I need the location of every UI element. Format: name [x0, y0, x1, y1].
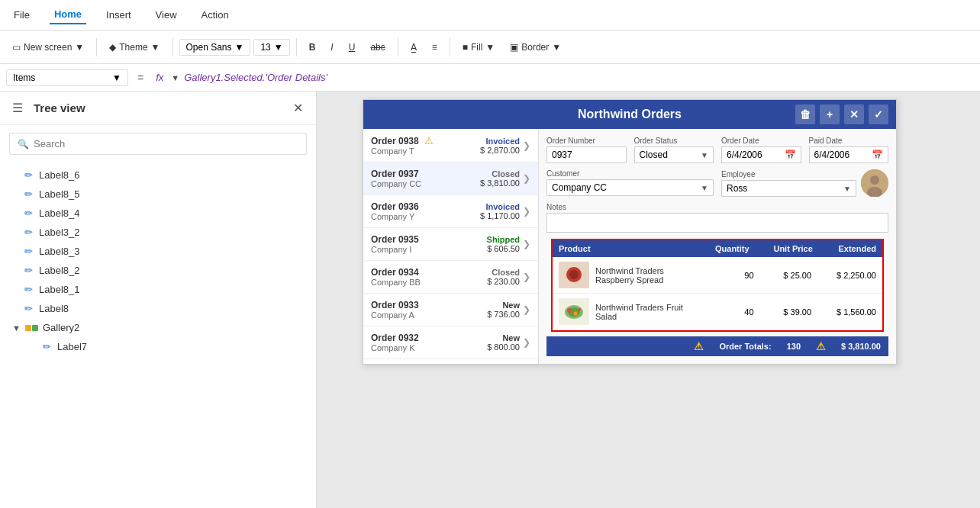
order-info: Order 0938 ⚠ Company T — [371, 135, 480, 156]
sidebar-item-label8-3[interactable]: ✏ Label8_3 — [0, 242, 316, 261]
field-paid-date: Paid Date 6/4/2006 📅 — [809, 137, 889, 163]
tree-collapse-icon: ▼ — [12, 323, 21, 333]
order-number-0936: Order 0936 — [371, 201, 419, 212]
font-family-dropdown[interactable]: Open Sans ▼ — [179, 39, 251, 56]
order-info-0936: Order 0936 Company Y — [371, 201, 480, 221]
paid-date-label: Paid Date — [809, 137, 889, 145]
order-status-0935: Shipped — [487, 235, 520, 244]
separator-1 — [96, 38, 97, 56]
menu-action[interactable]: Action — [197, 6, 234, 24]
check-icon[interactable]: ✓ — [869, 104, 888, 124]
order-detail: Order Number 0937 Order Status Closed ▼ … — [539, 129, 896, 364]
separator-2 — [172, 38, 173, 56]
order-info-0937: Order 0937 Company CC — [371, 169, 480, 188]
sidebar-item-label8[interactable]: ✏ Label8 — [0, 299, 316, 318]
sidebar-item-label7[interactable]: ✏ Label7 — [0, 337, 316, 356]
align-button[interactable]: ≡ — [426, 39, 443, 56]
sidebar-item-label3-2[interactable]: ✏ Label3_2 — [0, 223, 316, 242]
order-company-0932: Company K — [371, 343, 487, 352]
customer-select[interactable]: Company CC ▼ — [546, 179, 714, 196]
order-company-0938: Company T — [371, 146, 480, 156]
add-icon[interactable]: + — [820, 104, 840, 124]
delete-icon[interactable]: 🗑 — [795, 104, 815, 124]
order-date-input[interactable]: 6/4/2006 📅 — [721, 146, 801, 163]
close-icon[interactable]: ✕ — [844, 104, 864, 124]
chevron-down-icon-7: ▼ — [112, 72, 121, 83]
label3-2-text: Label3_2 — [39, 227, 80, 238]
new-screen-label: New screen — [24, 42, 72, 53]
chevron-down-icon-4: ▼ — [274, 42, 283, 53]
product-extended-2: $ 1,560.00 — [811, 307, 876, 317]
order-status-0936: Invoiced — [480, 202, 520, 211]
order-status-select[interactable]: Closed ▼ — [634, 146, 714, 163]
sidebar-item-label8-5[interactable]: ✏ Label8_5 — [0, 185, 316, 204]
underline-button[interactable]: U — [343, 39, 362, 56]
order-number-input[interactable]: 0937 — [546, 146, 627, 163]
order-status-0934: Closed — [487, 268, 520, 277]
order-row-0938[interactable]: Order 0938 ⚠ Company T Invoiced $ 2,870.… — [363, 129, 538, 162]
italic-button[interactable]: I — [324, 39, 339, 56]
employee-select[interactable]: Ross ▼ — [721, 180, 856, 197]
order-row-0934[interactable]: Order 0934 Company BB Closed $ 230.00 ❯ — [363, 261, 538, 294]
sidebar-close-button[interactable]: ✕ — [289, 99, 307, 117]
chevron-icon-0935: ❯ — [523, 239, 530, 249]
gallery2-icon — [25, 325, 38, 331]
label8-5-text: Label8_5 — [39, 188, 80, 200]
order-date-value: 6/4/2006 — [727, 150, 762, 160]
order-amount-0936: $ 1,170.00 — [480, 211, 520, 220]
order-row-0933[interactable]: Order 0933 Company A New $ 736.00 ❯ — [363, 294, 538, 326]
sidebar-item-label8-1[interactable]: ✏ Label8_1 — [0, 280, 316, 299]
font-family-value: Open Sans — [186, 42, 232, 53]
sidebar-item-gallery2[interactable]: ▼ Gallery2 — [0, 318, 316, 337]
order-amount-0935: $ 606.50 — [487, 244, 520, 253]
search-input[interactable] — [34, 138, 298, 150]
order-number-0935: Order 0935 — [371, 234, 419, 245]
bold-button[interactable]: B — [303, 39, 322, 56]
notes-input[interactable] — [546, 213, 888, 233]
chevron-down-icon-2: ▼ — [151, 42, 160, 53]
items-selector[interactable]: Items ▼ — [6, 69, 128, 86]
product-row-2[interactable]: Northwind Traders Fruit Salad 40 $ 39.00… — [553, 294, 882, 330]
menu-home[interactable]: Home — [50, 5, 86, 24]
totals-warning-icon-1: ⚠ — [694, 340, 704, 352]
order-number-label: Order Number — [546, 137, 627, 145]
sidebar-item-label8-6[interactable]: ✏ Label8_6 — [0, 166, 316, 185]
product-qty-1: 90 — [704, 271, 754, 280]
order-amount-0932: $ 800.00 — [487, 342, 520, 352]
border-icon: ▣ — [510, 42, 518, 53]
order-row-0936[interactable]: Order 0936 Company Y Invoiced $ 1,170.00… — [363, 195, 538, 228]
fill-button[interactable]: ■ Fill ▼ — [456, 39, 501, 56]
strikethrough-button[interactable]: abc — [364, 39, 391, 56]
order-info-0934: Order 0934 Company BB — [371, 267, 487, 287]
hamburger-icon[interactable]: ☰ — [9, 98, 26, 118]
new-screen-button[interactable]: ▭ New screen ▼ — [6, 39, 90, 56]
label8-2-text: Label8_2 — [39, 265, 80, 276]
menu-view[interactable]: View — [151, 6, 182, 24]
order-number-0933: Order 0933 — [371, 300, 419, 310]
order-row-0935[interactable]: Order 0935 Company I Shipped $ 606.50 ❯ — [363, 228, 538, 261]
order-row-0932[interactable]: Order 0932 Company K New $ 800.00 ❯ — [363, 326, 538, 359]
paid-date-input[interactable]: 6/4/2006 📅 — [809, 146, 889, 163]
font-size-dropdown[interactable]: 13 ▼ — [253, 39, 289, 56]
product-name-2: Northwind Traders Fruit Salad — [595, 303, 704, 321]
detail-row-1: Order Number 0937 Order Status Closed ▼ … — [546, 137, 888, 163]
border-button[interactable]: ▣ Border ▼ — [504, 39, 567, 56]
product-row-1[interactable]: Northwind Traders Raspberry Spread 90 $ … — [553, 257, 882, 294]
customer-label: Customer — [546, 169, 714, 178]
font-color-button[interactable]: A̲ — [405, 39, 423, 56]
order-status-value: Closed — [640, 150, 668, 160]
theme-button[interactable]: ◆ Theme ▼ — [103, 39, 166, 56]
menu-insert[interactable]: Insert — [102, 6, 136, 24]
menu-file[interactable]: File — [9, 6, 34, 24]
chevron-icon-0933: ❯ — [523, 304, 530, 315]
label7-text: Label7 — [57, 341, 87, 352]
fx-label: fx — [153, 72, 166, 83]
sidebar-item-label8-4[interactable]: ✏ Label8_4 — [0, 204, 316, 223]
chevron-down-icon-5: ▼ — [485, 42, 495, 53]
order-number-0932: Order 0932 — [371, 333, 419, 343]
order-row-0937[interactable]: Order 0937 Company CC Closed $ 3,810.00 … — [363, 162, 538, 195]
product-price-2: $ 39.00 — [754, 307, 811, 317]
sidebar-item-label8-2[interactable]: ✏ Label8_2 — [0, 261, 316, 280]
label-icon-4: ✏ — [24, 227, 33, 238]
calendar-icon-2: 📅 — [872, 150, 883, 160]
